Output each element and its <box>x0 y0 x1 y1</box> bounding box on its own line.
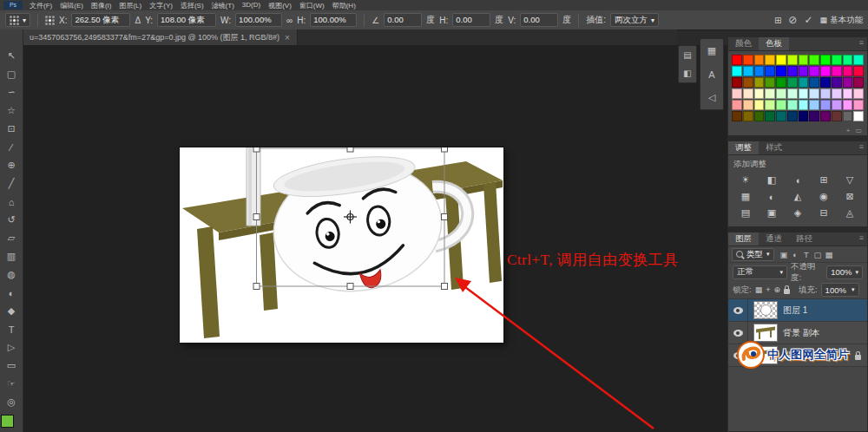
color-swatch-57[interactable] <box>832 100 842 110</box>
color-swatch-17[interactable] <box>787 66 798 76</box>
layer-visibility-toggle[interactable] <box>728 299 748 321</box>
crop-tool[interactable]: ⊡ <box>1 120 22 138</box>
x-input[interactable]: 262.50 像素 <box>71 13 130 27</box>
color-swatch-68[interactable] <box>820 111 831 121</box>
brush-tool[interactable]: ╱ <box>1 174 22 193</box>
color-swatch-26[interactable] <box>754 77 765 88</box>
color-swatch-10[interactable] <box>843 55 853 65</box>
shape-tool[interactable]: ▭ <box>1 357 22 375</box>
color-swatch-43[interactable] <box>809 88 819 99</box>
color-swatch-32[interactable] <box>820 77 831 88</box>
menu-help[interactable]: 帮助(H) <box>332 1 356 10</box>
threshold-icon[interactable]: ◈ <box>786 206 810 220</box>
color-swatch-28[interactable] <box>776 77 786 88</box>
color-swatch-59[interactable] <box>853 100 864 110</box>
tab-channels[interactable]: 通道 <box>759 232 789 245</box>
type-tool[interactable]: T <box>1 320 22 338</box>
relative-position-icon[interactable]: Δ <box>135 16 141 25</box>
posterize-icon[interactable]: ▣ <box>760 206 784 220</box>
color-swatch-1[interactable] <box>743 55 753 65</box>
color-swatch-70[interactable] <box>843 111 853 121</box>
angle-input[interactable]: 0.00 <box>384 13 422 27</box>
menu-filter[interactable]: 滤镜(T) <box>212 1 234 10</box>
v-skew-input[interactable]: 0.00 <box>520 13 558 27</box>
path-selection-tool[interactable]: ▷ <box>1 338 22 357</box>
fill-input[interactable]: 100%▾ <box>821 283 859 297</box>
color-swatch-51[interactable] <box>765 100 775 110</box>
color-swatch-11[interactable] <box>853 55 864 65</box>
color-swatch-48[interactable] <box>732 100 742 110</box>
color-swatch-29[interactable] <box>787 77 798 88</box>
opacity-input[interactable]: 100%▾ <box>826 265 863 279</box>
channel-mixer-icon[interactable]: ⊠ <box>838 189 862 204</box>
color-swatch-39[interactable] <box>765 88 775 99</box>
workspace-switcher[interactable]: ▦基本功能 <box>819 15 863 26</box>
color-swatch-61[interactable] <box>743 111 753 121</box>
tab-color[interactable]: 颜色 <box>728 37 759 50</box>
height-input[interactable]: 100.00% <box>310 13 357 27</box>
y-input[interactable]: 108.00 像素 <box>157 13 216 27</box>
color-swatch-6[interactable] <box>799 55 809 65</box>
color-swatch-49[interactable] <box>743 100 753 110</box>
layer-thumbnail[interactable] <box>753 301 778 319</box>
color-swatch-24[interactable] <box>732 77 742 88</box>
marquee-tool[interactable]: ▢ <box>1 65 22 83</box>
zoom-tool[interactable]: ◎ <box>1 393 22 411</box>
delete-swatch-icon[interactable]: ▭ <box>855 127 862 134</box>
layer-name[interactable]: 图层 1 <box>783 304 867 317</box>
clone-stamp-tool[interactable]: ⌂ <box>1 193 22 211</box>
color-swatch-62[interactable] <box>754 111 765 121</box>
tab-styles[interactable]: 样式 <box>759 141 789 154</box>
color-swatch-20[interactable] <box>820 66 831 76</box>
color-swatch-25[interactable] <box>743 77 753 88</box>
panel-menu-icon[interactable]: ≡ <box>859 233 864 242</box>
color-swatch-47[interactable] <box>853 88 864 99</box>
color-swatch-8[interactable] <box>820 55 831 65</box>
color-swatch-9[interactable] <box>832 55 842 65</box>
color-swatch-5[interactable] <box>787 55 798 65</box>
quick-selection-tool[interactable]: ☆ <box>1 101 22 120</box>
color-swatch-7[interactable] <box>809 55 819 65</box>
link-dimensions-icon[interactable]: ∞ <box>286 16 293 25</box>
collapsed-properties-panel-icon[interactable]: ◧ <box>679 64 696 82</box>
eyedropper-tool[interactable]: ⁄ <box>1 138 22 156</box>
color-swatch-56[interactable] <box>820 100 831 110</box>
menu-file[interactable]: 文件(F) <box>30 1 52 10</box>
color-swatch-23[interactable] <box>853 66 864 76</box>
reference-point-locator[interactable] <box>45 16 55 25</box>
close-document-icon[interactable]: × <box>285 33 290 43</box>
invert-icon[interactable]: ▤ <box>733 206 758 220</box>
color-swatch-33[interactable] <box>832 77 842 88</box>
filter-pixel-layers-icon[interactable]: ▣ <box>779 250 790 259</box>
eraser-tool[interactable]: ▱ <box>1 229 22 247</box>
color-swatch-65[interactable] <box>787 111 798 121</box>
lock-transparency-icon[interactable]: ▦ <box>755 285 763 294</box>
collapsed-swatches-panel-icon[interactable]: ▦ <box>700 39 723 62</box>
color-swatch-14[interactable] <box>754 66 765 76</box>
history-brush-tool[interactable]: ↺ <box>1 211 22 229</box>
layer-filter-kind-select[interactable]: 类型 ▾ <box>732 248 774 261</box>
color-swatch-38[interactable] <box>754 88 765 99</box>
layer-row-0[interactable]: 图层 1 <box>728 299 867 322</box>
color-swatch-2[interactable] <box>754 55 765 65</box>
dodge-tool[interactable]: ◐ <box>1 284 22 302</box>
color-swatch-40[interactable] <box>776 88 786 99</box>
selective-color-icon[interactable]: ◬ <box>838 206 862 220</box>
hue-saturation-icon[interactable]: ▦ <box>733 189 758 204</box>
color-swatch-55[interactable] <box>809 100 819 110</box>
tab-layers[interactable]: 图层 <box>728 232 759 245</box>
width-input[interactable]: 100.00% <box>235 13 282 27</box>
collapsed-paragraph-panel-icon[interactable]: ◁ <box>700 86 723 109</box>
menu-view[interactable]: 视图(V) <box>268 1 292 10</box>
document-image[interactable] <box>180 147 503 343</box>
blur-tool[interactable]: ◍ <box>1 265 22 284</box>
lock-all-icon[interactable] <box>784 289 790 294</box>
color-swatch-37[interactable] <box>743 88 753 99</box>
interpolation-select[interactable]: 两次立方▾ <box>610 13 659 27</box>
color-swatch-30[interactable] <box>799 77 809 88</box>
color-swatch-53[interactable] <box>787 100 798 110</box>
new-swatch-icon[interactable]: + <box>846 127 851 134</box>
color-swatch-15[interactable] <box>765 66 775 76</box>
color-swatch-16[interactable] <box>776 66 786 76</box>
pen-tool[interactable]: ◆ <box>1 302 22 320</box>
